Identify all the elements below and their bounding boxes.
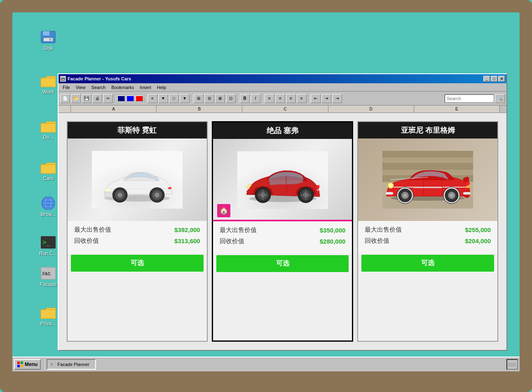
svg-text:FAC: FAC [42, 272, 51, 276]
toolbar-cut[interactable]: ✂ [103, 94, 113, 103]
minimize-button[interactable]: _ [483, 76, 490, 82]
car3-max-sale-label: 最大出售价值 [365, 226, 402, 234]
svg-rect-38 [317, 189, 319, 191]
window-icon: 🗃 [60, 76, 66, 82]
disk-icon [40, 30, 56, 45]
svg-point-63 [450, 194, 453, 197]
toolbar-color3[interactable] [136, 96, 143, 101]
cars-folder-icon [40, 160, 56, 175]
car2-recycle-value: $280,000 [320, 238, 346, 245]
menu-view[interactable]: View [73, 84, 88, 91]
toolbar-indent1[interactable]: ⇤ [311, 94, 321, 103]
search-button[interactable]: 🔍 [495, 94, 505, 103]
car2-max-sale-label: 最大出售价值 [220, 226, 257, 234]
toolbar-btn10[interactable]: ⊟ [204, 94, 214, 103]
toolbar-new[interactable]: 📄 [60, 94, 70, 103]
car2-recycle-row: 回收价值 $280,000 [220, 237, 346, 245]
car3-details: 最大出售价值 $255,000 回收价值 $204,000 [358, 221, 497, 253]
toolbar-align4[interactable]: ≡ [297, 94, 307, 103]
svg-point-58 [403, 194, 407, 197]
toolbar: 📄 📂 💾 🖨 ✂ ≡ ▼ □ ▼ ⊞ ⊟ ⊠ ⊡ [59, 92, 506, 106]
car-card-2[interactable]: 绝品 塞弗 [212, 121, 354, 342]
toolbar-print[interactable]: 🖨 [92, 94, 102, 103]
browser-icon [40, 196, 56, 211]
terminal-icon: >_ [40, 235, 56, 250]
col-header-row [59, 106, 71, 113]
toolbar-align1[interactable]: ≡ [265, 94, 274, 103]
toolbar-bold[interactable]: B [240, 94, 250, 103]
toolbar-open[interactable]: 📂 [71, 94, 81, 103]
toolbar-italic[interactable]: I [251, 94, 260, 103]
menu-bar: File View Search Bookmarks Insert Help [59, 83, 506, 92]
private-label: Priva... [40, 321, 56, 326]
car3-action-button[interactable]: 可选 [361, 255, 494, 272]
toolbar-color1[interactable] [117, 96, 125, 101]
doc-folder-icon [40, 119, 56, 134]
menu-insert[interactable]: Insert [137, 84, 154, 91]
taskbar-facade-item[interactable]: F Facade Planner [47, 359, 96, 370]
spreadsheet-container: A B C D E 菲斯特 霓虹 [59, 106, 506, 350]
toolbar-indent3[interactable]: ⇥ [332, 94, 342, 103]
taskbar: Menu F Facade Planner □ □ [12, 357, 520, 371]
car2-title: 绝品 塞弗 [213, 122, 352, 139]
toolbar-btn12[interactable]: ⊡ [226, 94, 236, 103]
menu-bookmarks[interactable]: Bookmarks [109, 84, 136, 91]
spreadsheet-content[interactable]: 菲斯特 霓虹 [59, 113, 506, 350]
car3-image [358, 138, 497, 221]
search-input[interactable] [445, 94, 494, 103]
svg-point-22 [105, 188, 110, 192]
car1-max-sale-label: 最大出售价值 [74, 226, 111, 234]
title-bar: 🗃 Facade Planner - Yusufs Cars _ □ ✕ [59, 74, 506, 83]
car1-title: 菲斯特 霓虹 [68, 122, 207, 138]
svg-point-66 [389, 184, 392, 187]
car2-details: 最大出售价值 $350,000 回收价值 $280,000 [213, 221, 352, 254]
window-title: Facade Planner - Yusufs Cars [68, 76, 482, 81]
toolbar-btn5[interactable]: ≡ [148, 94, 157, 103]
menu-search[interactable]: Search [89, 84, 108, 91]
car3-recycle-row: 回收价值 $204,000 [365, 237, 491, 245]
toolbar-color2[interactable] [127, 96, 134, 101]
menu-help[interactable]: Help [155, 84, 169, 91]
toolbar-btn6[interactable]: ▼ [158, 94, 168, 103]
toolbar-btn8[interactable]: ▼ [180, 94, 190, 103]
toolbar-sep3 [191, 94, 192, 103]
car2-recycle-label: 回收价值 [220, 237, 244, 245]
toolbar-btn9[interactable]: ⊞ [194, 94, 204, 103]
taskbar-app-label: Facade Planner [57, 362, 89, 367]
start-label: Menu [25, 361, 37, 367]
toolbar-align3[interactable]: ≡ [286, 94, 296, 103]
close-button[interactable]: ✕ [498, 76, 505, 82]
work-label: Work [42, 89, 54, 95]
svg-point-18 [117, 192, 122, 197]
private-folder-icon [40, 305, 56, 320]
svg-rect-45 [382, 163, 473, 169]
car-card-3[interactable]: 亚班尼 布里格姆 [357, 121, 498, 342]
desktop-icon-disk[interactable]: Disk [34, 30, 63, 51]
toolbar-save[interactable]: 💾 [82, 94, 91, 103]
svg-rect-43 [382, 151, 473, 157]
car2-selected-badge: 🏠 [217, 204, 230, 217]
toolbar-align2[interactable]: ≡ [275, 94, 285, 103]
toolbar-btn11[interactable]: ⊠ [215, 94, 225, 103]
run-label: Run.C... [39, 251, 57, 256]
car2-max-sale-row: 最大出售价值 $350,000 [220, 226, 346, 234]
car1-details: 最大出售价值 $392,000 回收价值 $313,600 [68, 221, 207, 253]
svg-rect-71 [17, 361, 20, 364]
car1-svg [92, 151, 183, 209]
disk-label: Disk [43, 45, 53, 51]
col-header-d: D [328, 106, 414, 113]
toolbar-btn7[interactable]: □ [169, 94, 179, 103]
start-button[interactable]: Menu [14, 359, 41, 370]
car3-svg [382, 151, 473, 209]
car1-max-sale-value: $392,000 [174, 226, 200, 233]
car1-recycle-row: 回收价值 $313,600 [74, 237, 200, 245]
car-card-1[interactable]: 菲斯特 霓虹 [67, 121, 208, 342]
column-headers: A B C D E [59, 106, 506, 113]
restore-button[interactable]: □ [491, 76, 497, 82]
tray-icons: □ □ [509, 362, 516, 367]
monitor-screen: Disk Work Do... [12, 12, 520, 371]
toolbar-indent2[interactable]: ⇥ [321, 94, 331, 103]
menu-file[interactable]: File [60, 84, 73, 91]
car2-action-button[interactable]: 可选 [216, 255, 349, 272]
car1-action-button[interactable]: 可选 [71, 255, 204, 272]
